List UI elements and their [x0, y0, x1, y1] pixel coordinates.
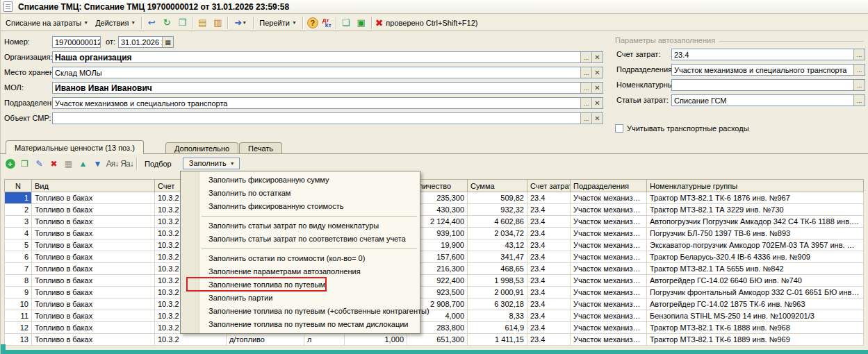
clear-button[interactable]: ✕ — [591, 52, 603, 62]
cell-vid[interactable]: Топливо в баках — [32, 287, 155, 298]
clear-button[interactable]: ✕ — [591, 67, 603, 78]
date-field[interactable]: 31.01.2026 23:59: ▦ — [118, 36, 174, 48]
form-field[interactable]: ... ✕ — [52, 112, 603, 124]
cell-podrazdelenie[interactable]: Участок механизмов и специального трансп… — [571, 334, 647, 346]
cell-summa[interactable]: 43,12 — [468, 239, 527, 251]
cell-schet-zatrat[interactable]: 23.4 — [527, 310, 571, 322]
autofill-field[interactable]: 23.4 ... — [671, 49, 865, 60]
cell-gruppa[interactable]: Трактор МТЗ-82.1 ТК-6 1876 инв. №967 — [647, 192, 864, 204]
cell-n[interactable]: 13 — [5, 334, 32, 346]
menu-item[interactable]: Заполнение топлива по путевым — [181, 278, 420, 292]
cell-gruppa[interactable]: Автопогрузчик Погрузчик Амкадор 342 С4 Т… — [647, 216, 864, 228]
transport-costs-checkbox[interactable]: Учитывать транспортные расходы — [615, 124, 749, 133]
post-document-button[interactable]: ↻ — [160, 16, 174, 30]
col-header-n[interactable]: N — [5, 180, 32, 192]
cell-summa[interactable]: 4 602,86 — [468, 216, 527, 228]
cell-vid[interactable]: Топливо в баках — [32, 239, 155, 251]
menu-item[interactable]: Заполнить по остаткам — [181, 187, 420, 200]
cell-vid[interactable]: Топливо в баках — [32, 216, 155, 228]
table-row[interactable]: 3 Топливо в баках 10.3.2 2 124,400 4 602… — [5, 216, 864, 228]
col-header-nomenklaturnye-gruppy[interactable]: Номенклатурные группы — [647, 180, 864, 192]
autofill-field[interactable]: Участок механизмов и специального трансп… — [671, 64, 865, 76]
cell-vid[interactable]: Топливо в баках — [32, 263, 155, 275]
tab-print[interactable]: Печать — [239, 142, 282, 154]
cell-summa[interactable]: 509,82 — [468, 192, 527, 204]
cell-gruppa[interactable]: Трактор МТЗ-82.1 ТК-6 1888 инв. №968 — [647, 322, 864, 334]
col-header-summa[interactable]: Сумма — [468, 180, 527, 192]
cell-n[interactable]: 12 — [5, 322, 32, 334]
cell-n[interactable]: 10 — [5, 298, 32, 310]
cell-gruppa[interactable]: Трактор МТЗ-82.1 ТА 3229 инв. №730 — [647, 204, 864, 216]
cell-podrazdelenie[interactable]: Участок механизмов и специального трансп… — [571, 251, 647, 263]
cell-summa[interactable]: 1 998,53 — [468, 275, 527, 287]
cell-podrazdelenie[interactable]: Участок механизмов и специального трансп… — [571, 192, 647, 204]
cell-summa[interactable]: 468,65 — [468, 263, 527, 275]
doc-kt-button[interactable]: ▥ — [211, 16, 224, 30]
cell-schet-zatrat[interactable]: 23.4 — [527, 251, 571, 263]
cell-vid[interactable]: Топливо в баках — [32, 204, 155, 216]
ellipsis-button[interactable]: ... — [853, 49, 865, 60]
cell-schet-zatrat[interactable]: 23.4 — [527, 275, 571, 287]
cell-podrazdelenie[interactable]: Участок механизмов и специального трансп… — [571, 322, 647, 334]
cell-schet-zatrat[interactable]: 23.4 — [527, 239, 571, 251]
cell-gruppa[interactable]: Трактор Беларусь-320.4 IВ-6 4336 инв. №9… — [647, 251, 864, 263]
cell-summa[interactable]: 2 000,91 — [468, 287, 527, 298]
menu-item[interactable]: Заполнение параметрами автозаполнения — [181, 265, 420, 278]
menu-item[interactable]: Заполнить партии — [181, 292, 420, 305]
cell-vid[interactable]: Топливо в баках — [32, 275, 155, 287]
table-row[interactable]: 8 Топливо в баках 10.3.2 922,400 1 998,5… — [5, 275, 864, 287]
cell-gruppa[interactable]: Автогрейдер ГС-14.02 6640 БЮ инв. №740 — [647, 275, 864, 287]
dt-kt-button[interactable]: Дт Кт — [322, 18, 331, 28]
cell-podrazdelenie[interactable]: Участок механизмов и специального трансп… — [571, 263, 647, 275]
table-row[interactable]: 7 Топливо в баках 10.3.2 216,300 468,65 … — [5, 263, 864, 275]
form-field[interactable]: Иванов Иван Иванович ... ✕ — [52, 82, 603, 94]
help-button[interactable]: ? — [307, 17, 318, 28]
cell-n[interactable]: 2 — [5, 204, 32, 216]
cell-summa[interactable]: 2 034,72 — [468, 228, 527, 239]
cell-summa[interactable]: 6 302,18 — [468, 298, 527, 310]
table-row[interactable]: 4 Топливо в баках 10.3.2 939,100 2 034,7… — [5, 228, 864, 239]
cell-gruppa[interactable]: Бензопила STIHL MS-250 14 инв. №1009201/… — [647, 310, 864, 322]
menu-item[interactable]: Заполнить фиксированную сумму — [181, 174, 420, 187]
form-field[interactable]: Наша организация ... ✕ — [52, 51, 603, 63]
form-field[interactable]: Участок механизмов и специального трансп… — [52, 97, 603, 109]
calendar-icon[interactable]: ▦ — [162, 37, 173, 47]
cell-gruppa[interactable]: Трактор МТЗ-82.1 ТА 5655 инв. №842 — [647, 263, 864, 275]
move-down-button[interactable]: ▼ — [91, 157, 104, 170]
ellipsis-button[interactable]: ... — [580, 83, 591, 93]
edit-row-button[interactable]: ✎ — [33, 157, 46, 170]
cell-vid[interactable]: Топливо в баках — [32, 228, 155, 239]
ellipsis-button[interactable]: ... — [853, 95, 865, 106]
checkbox-icon[interactable] — [615, 124, 623, 133]
cell-schet-zatrat[interactable]: 23.4 — [527, 204, 571, 216]
registers-button[interactable]: ❏ — [339, 16, 353, 30]
table-row[interactable]: 5 Топливо в баках 10.3.2 19,900 43,12 23… — [5, 239, 864, 251]
cell-podrazdelenie[interactable]: Участок механизмов и специального трансп… — [571, 239, 647, 251]
cell-schet-zatrat[interactable]: 23.4 — [527, 298, 571, 310]
menu-item[interactable]: Заполнение топлива по путевым (+собствен… — [181, 305, 420, 318]
menu-item[interactable]: Заполнить статьи затрат по виду номенкла… — [181, 219, 420, 233]
cell-vid[interactable]: Топливо в баках — [32, 334, 155, 346]
table-row[interactable]: 2 Топливо в баках 10.3.2 430,300 932,32 … — [5, 204, 864, 216]
table-row[interactable]: 6 Топливо в баках 10.3.2 157,600 341,47 … — [5, 251, 864, 263]
cell-ed[interactable]: л — [304, 334, 345, 346]
ellipsis-button[interactable]: ... — [580, 67, 591, 78]
cell-schet-zatrat[interactable]: 23.4 — [527, 334, 571, 346]
copy-row-button[interactable]: ❐ — [18, 157, 31, 170]
write-button[interactable]: ↩ — [145, 16, 158, 30]
delete-row-button[interactable]: ✖ — [47, 157, 60, 170]
table-row[interactable]: 12 Топливо в баках 10.3.2 283,800 614,9 … — [5, 322, 864, 334]
cell-vid[interactable]: Топливо в баках — [32, 298, 155, 310]
col-header-schet-zatrat[interactable]: Счет затрат — [527, 180, 571, 192]
cell-podrazdelenie[interactable]: Участок механизмов и специального трансп… — [571, 204, 647, 216]
cell-schet-zatrat[interactable]: 23.4 — [527, 192, 571, 204]
cell-summa[interactable]: 1 411,15 — [468, 334, 527, 346]
clear-button[interactable]: ✕ — [591, 83, 603, 93]
cell-n[interactable]: 11 — [5, 310, 32, 322]
cell-vid[interactable]: Топливо в баках — [32, 192, 155, 204]
cell-n[interactable]: 9 — [5, 287, 32, 298]
cell-n[interactable]: 6 — [5, 251, 32, 263]
cell-schet-zatrat[interactable]: 23.4 — [527, 216, 571, 228]
table-row[interactable]: 11 Топливо в баках 10.3.2 4,000 8,33 23.… — [5, 310, 864, 322]
cell-gruppa[interactable]: Погрузчик БЛ-750 1397 ТВ-6 инв. №893 — [647, 228, 864, 239]
